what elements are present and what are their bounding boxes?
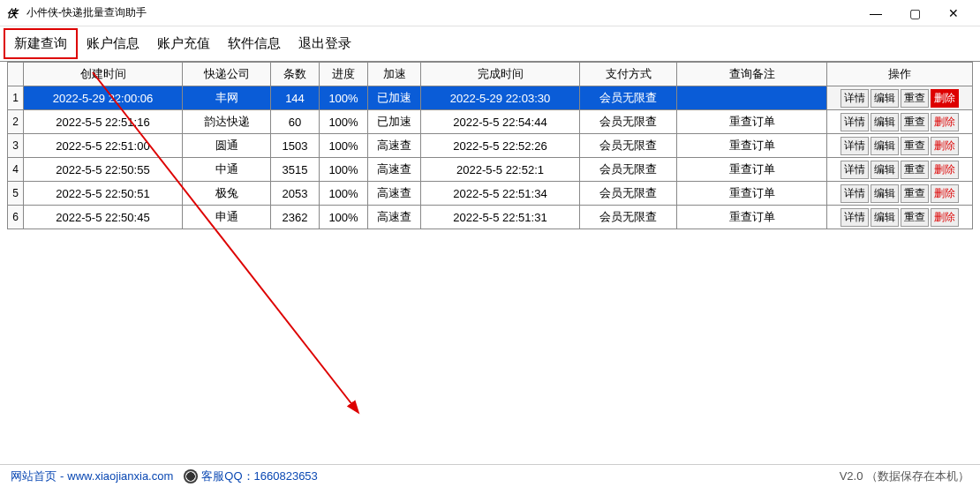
cell-create-time: 2022-5-5 22:51:00 (24, 134, 183, 158)
cell-count: 3515 (271, 158, 320, 182)
table-row[interactable]: 22022-5-5 22:51:16韵达快递60100%已加速2022-5-5 … (8, 110, 973, 134)
site-home-link[interactable]: 网站首页 (11, 468, 57, 484)
detail-button[interactable]: 详情 (841, 161, 869, 179)
menu-item-4[interactable]: 退出登录 (290, 30, 360, 57)
detail-button[interactable]: 详情 (841, 184, 869, 203)
menu-item-0[interactable]: 新建查询 (4, 28, 78, 59)
table-row[interactable]: 42022-5-5 22:50:55中通3515100%高速查2022-5-5 … (8, 158, 973, 182)
header-ops: 操作 (827, 63, 973, 86)
edit-button[interactable]: 编辑 (871, 208, 899, 227)
cell-company: 申通 (183, 206, 271, 229)
cell-finish-time: 2022-5-5 22:51:34 (421, 182, 580, 206)
recheck-button[interactable]: 重查 (901, 113, 929, 131)
cell-accel: 高速查 (368, 158, 421, 182)
cell-note: 重查订单 (677, 206, 827, 229)
cell-accel: 已加速 (368, 110, 421, 134)
header-note[interactable]: 查询备注 (677, 63, 827, 86)
cell-pay: 会员无限查 (580, 158, 677, 182)
header-progress[interactable]: 进度 (320, 63, 368, 86)
delete-button[interactable]: 删除 (931, 184, 959, 203)
cell-ops: 详情编辑重查删除 (827, 182, 973, 206)
header-rownum (8, 63, 24, 86)
recheck-button[interactable]: 重查 (901, 137, 929, 155)
table-row[interactable]: 52022-5-5 22:50:51极兔2053100%高速查2022-5-5 … (8, 182, 973, 206)
query-table: 创建时间 快递公司 条数 进度 加速 完成时间 支付方式 查询备注 操作 120… (7, 62, 973, 229)
cell-company: 中通 (183, 158, 271, 182)
cell-ops: 详情编辑重查删除 (827, 206, 973, 229)
cell-pay: 会员无限查 (580, 110, 677, 134)
cell-ops: 详情编辑重查删除 (827, 134, 973, 158)
edit-button[interactable]: 编辑 (871, 161, 899, 179)
header-pay[interactable]: 支付方式 (580, 63, 677, 86)
detail-button[interactable]: 详情 (841, 113, 869, 131)
table-row[interactable]: 62022-5-5 22:50:45申通2362100%高速查2022-5-5 … (8, 206, 973, 229)
menu-item-2[interactable]: 账户充值 (148, 30, 219, 57)
header-company[interactable]: 快递公司 (183, 63, 271, 86)
cell-progress: 100% (320, 86, 368, 110)
cell-pay: 会员无限查 (580, 86, 677, 110)
cell-finish-time: 2022-5-5 22:52:1 (421, 158, 580, 182)
edit-button[interactable]: 编辑 (871, 89, 899, 108)
menu-item-3[interactable]: 软件信息 (219, 30, 290, 57)
cell-pay: 会员无限查 (580, 134, 677, 158)
minimize-button[interactable]: — (856, 1, 895, 26)
edit-button[interactable]: 编辑 (871, 184, 899, 203)
cell-accel: 已加速 (368, 86, 421, 110)
cell-finish-time: 2022-5-29 22:03:30 (421, 86, 580, 110)
recheck-button[interactable]: 重查 (901, 208, 929, 227)
cell-company: 韵达快递 (183, 110, 271, 134)
cell-accel: 高速查 (368, 134, 421, 158)
recheck-button[interactable]: 重查 (901, 161, 929, 179)
recheck-button[interactable]: 重查 (901, 89, 929, 108)
delete-button[interactable]: 删除 (931, 113, 959, 131)
row-number: 1 (8, 86, 24, 110)
cell-create-time: 2022-5-5 22:50:55 (24, 158, 183, 182)
header-row: 创建时间 快递公司 条数 进度 加速 完成时间 支付方式 查询备注 操作 (8, 63, 973, 86)
menu-item-1[interactable]: 账户信息 (78, 30, 148, 57)
cell-note: 重查订单 (677, 158, 827, 182)
maximize-button[interactable]: ▢ (895, 1, 934, 26)
cell-pay: 会员无限查 (580, 206, 677, 229)
cell-count: 2053 (271, 182, 320, 206)
delete-button[interactable]: 删除 (931, 137, 959, 155)
qq-label: 客服QQ： (201, 468, 253, 484)
cell-progress: 100% (320, 110, 368, 134)
delete-button[interactable]: 删除 (931, 89, 959, 108)
window-controls: — ▢ ✕ (856, 1, 973, 26)
table-row[interactable]: 32022-5-5 22:51:00圆通1503100%高速查2022-5-5 … (8, 134, 973, 158)
recheck-button[interactable]: 重查 (901, 184, 929, 203)
site-url-link[interactable]: www.xiaojianxia.com (67, 469, 173, 483)
row-number: 6 (8, 206, 24, 229)
cell-company: 丰网 (183, 86, 271, 110)
table-area: 创建时间 快递公司 条数 进度 加速 完成时间 支付方式 查询备注 操作 120… (0, 62, 980, 229)
cell-accel: 高速查 (368, 206, 421, 229)
header-finish-time[interactable]: 完成时间 (421, 63, 580, 86)
version-text: V2.0 （数据保存在本机） (840, 468, 969, 484)
titlebar: 侠 小件侠-快递批量查询助手 — ▢ ✕ (0, 0, 980, 26)
cell-finish-time: 2022-5-5 22:51:31 (421, 206, 580, 229)
cell-company: 极兔 (183, 182, 271, 206)
header-create-time[interactable]: 创建时间 (24, 63, 183, 86)
cell-note: 重查订单 (677, 182, 827, 206)
detail-button[interactable]: 详情 (841, 137, 869, 155)
cell-finish-time: 2022-5-5 22:54:44 (421, 110, 580, 134)
edit-button[interactable]: 编辑 (871, 137, 899, 155)
window-title: 小件侠-快递批量查询助手 (26, 5, 147, 20)
delete-button[interactable]: 删除 (931, 161, 959, 179)
separator: - (60, 469, 64, 483)
header-count[interactable]: 条数 (271, 63, 320, 86)
cell-finish-time: 2022-5-5 22:52:26 (421, 134, 580, 158)
statusbar: 网站首页 - www.xiaojianxia.com 客服QQ： 1660823… (0, 464, 980, 487)
cell-progress: 100% (320, 182, 368, 206)
close-button[interactable]: ✕ (934, 1, 973, 26)
qq-number[interactable]: 1660823653 (254, 469, 318, 483)
table-row[interactable]: 12022-5-29 22:00:06丰网144100%已加速2022-5-29… (8, 86, 973, 110)
cell-company: 圆通 (183, 134, 271, 158)
cell-create-time: 2022-5-29 22:00:06 (24, 86, 183, 110)
edit-button[interactable]: 编辑 (871, 113, 899, 131)
detail-button[interactable]: 详情 (841, 89, 869, 108)
cell-progress: 100% (320, 206, 368, 229)
delete-button[interactable]: 删除 (931, 208, 959, 227)
header-accel[interactable]: 加速 (368, 63, 421, 86)
detail-button[interactable]: 详情 (841, 208, 869, 227)
